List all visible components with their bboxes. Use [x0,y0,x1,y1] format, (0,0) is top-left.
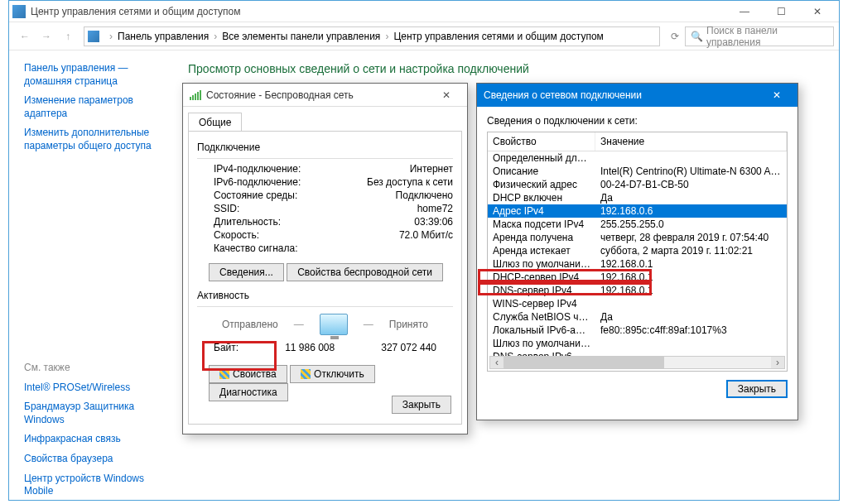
tab-strip: Общие [183,107,467,131]
status-value: 72.0 Мбит/с [399,229,453,241]
up-button[interactable]: ↑ [57,26,79,47]
details-key: Локальный IPv6-адрес... [488,324,595,337]
details-key: Шлюз по умолчанию IP... [488,257,595,271]
shield-icon [301,369,311,379]
sidebar-link-advanced-sharing[interactable]: Изменить дополнительные параметры общего… [24,127,166,152]
details-row[interactable]: Физический адрес00-24-D7-B1-CB-50 [488,178,787,191]
sidebar-link-home[interactable]: Панель управления — домашняя страница [24,62,166,88]
details-row[interactable]: Аренда полученачетверг, 28 февраля 2019 … [488,231,787,244]
maximize-button[interactable]: ☐ [763,2,799,21]
breadcrumb-icon [88,31,99,42]
sidebar-link-adapter-settings[interactable]: Изменение параметров адаптера [24,94,166,120]
sidebar-link-infrared[interactable]: Инфракрасная связь [24,433,166,446]
dialog-titlebar: Состояние - Беспроводная сеть ✕ [183,84,467,107]
status-key: Длительность: [214,216,281,228]
details-row[interactable]: Локальный IPv6-адрес...fe80::895c:c4ff:8… [488,324,787,337]
wireless-properties-button[interactable]: Свойства беспроводной сети [287,263,443,281]
signal-icon [190,90,201,100]
breadcrumb-item[interactable]: Центр управления сетями и общим доступом [393,31,604,42]
page-heading: Просмотр основных сведений о сети и наст… [188,62,826,75]
activity-icon [320,314,348,335]
details-label: Сведения о подключении к сети: [487,115,788,127]
breadcrumb-bar[interactable]: › Панель управления › Все элементы панел… [84,26,660,46]
scroll-right-button[interactable]: › [771,357,784,368]
dialog-title: Сведения о сетевом подключении [484,89,763,101]
details-row[interactable]: DHCP-сервер IPv4192.168.0.1 [488,271,787,284]
status-key: IPv6-подключение: [214,176,301,188]
details-key: Описание [488,165,595,178]
details-value: Intel(R) Centrino(R) Ultimate-N 6300 AGN [595,165,787,178]
sidebar-link-firewall[interactable]: Брандмауэр Защитника Windows [24,401,166,426]
shield-icon [219,369,229,379]
dialog-close-button[interactable]: ✕ [432,86,460,104]
scroll-left-button[interactable]: ‹ [490,357,504,368]
sent-label: Отправлено [222,319,278,330]
details-row[interactable]: Шлюз по умолчанию IP...192.168.0.1 [488,257,787,271]
sidebar-link-intel-proset[interactable]: Intel® PROSet/Wireless [24,382,166,395]
status-value: Без доступа к сети [367,176,453,188]
refresh-button[interactable]: ⟳ [665,31,685,42]
properties-button[interactable]: Свойства [209,365,287,383]
status-key: Состояние среды: [214,190,297,201]
back-button[interactable]: ← [14,26,36,47]
details-button[interactable]: Сведения... [209,263,284,281]
details-row[interactable]: Маска подсети IPv4255.255.255.0 [488,218,787,231]
horizontal-scrollbar[interactable]: ‹ › [489,356,785,369]
bytes-row: Байт: 11 986 008 327 072 440 [197,342,453,353]
search-input[interactable]: 🔍 Поиск в панели управления [685,26,834,46]
column-property[interactable]: Свойство [488,132,595,151]
navbar: ← → ↑ › Панель управления › Все элементы… [9,22,839,50]
status-value: 03:39:06 [414,216,453,228]
bytes-label: Байт: [214,342,238,353]
list-header: Свойство Значение [488,132,787,151]
details-row[interactable]: Шлюз по умолчанию IP... [488,337,787,350]
details-row[interactable]: Адрес IPv4192.168.0.6 [488,204,787,218]
close-button[interactable]: Закрыть [726,380,788,398]
details-value: 192.168.0.1 [595,284,787,297]
connection-group-label: Подключение [197,142,453,153]
details-key: Адрес IPv4 [488,204,595,218]
details-row[interactable]: DNS-сервер IPv4192.168.0.1 [488,284,787,297]
activity-group-label: Активность [197,290,453,301]
scroll-thumb[interactable] [504,357,664,368]
search-icon: 🔍 [691,31,703,42]
status-key: IPv4-подключение: [214,163,301,175]
details-row[interactable]: ОписаниеIntel(R) Centrino(R) Ultimate-N … [488,165,787,178]
breadcrumb-item[interactable]: Все элементы панели управления [222,31,380,42]
details-row[interactable]: Аренда истекаетсуббота, 2 марта 2019 г. … [488,244,787,257]
status-value: Интернет [410,163,453,175]
dialog-close-button[interactable]: ✕ [763,86,791,104]
sidebar: Панель управления — домашняя страница Из… [9,50,175,500]
sidebar-link-browser-props[interactable]: Свойства браузера [24,453,166,466]
details-row[interactable]: Определенный для по... [488,151,787,165]
wifi-status-dialog: Состояние - Беспроводная сеть ✕ Общие По… [182,83,468,434]
breadcrumb-item[interactable]: Панель управления [118,31,209,42]
sidebar-link-windows-mobile[interactable]: Центр устройств Windows Mobile [24,473,166,498]
details-row[interactable]: WINS-сервер IPv4 [488,297,787,310]
details-value: 192.168.0.6 [595,204,787,218]
titlebar: Центр управления сетями и общим доступом… [9,1,839,22]
tab-general[interactable]: Общие [188,113,242,132]
close-button[interactable]: ✕ [799,2,836,21]
scroll-track[interactable] [504,357,771,368]
details-row[interactable]: DHCP включенДа [488,191,787,204]
see-also-label: См. также [24,362,166,373]
status-value: Подключено [396,190,453,201]
minimize-button[interactable]: — [726,2,763,21]
details-row[interactable]: Служба NetBIOS через...Да [488,310,787,324]
window-title: Центр управления сетями и общим доступом [31,6,726,17]
column-value[interactable]: Значение [595,132,787,151]
status-key: SSID: [214,203,239,214]
details-key: DHCP-сервер IPv4 [488,271,595,284]
chevron-right-icon: › [104,31,118,42]
diagnose-button[interactable]: Диагностика [209,383,288,401]
close-button[interactable]: Закрыть [392,396,451,414]
forward-button[interactable]: → [36,26,57,47]
disable-button[interactable]: Отключить [290,365,375,383]
chevron-right-icon: › [209,31,222,42]
tab-body: Подключение IPv4-подключение:ИнтернетIPv… [188,131,462,425]
signal-quality-label: Качество сигнала: [214,242,297,254]
status-value: home72 [417,203,453,214]
details-value [595,151,787,165]
details-key: DHCP включен [488,191,595,204]
